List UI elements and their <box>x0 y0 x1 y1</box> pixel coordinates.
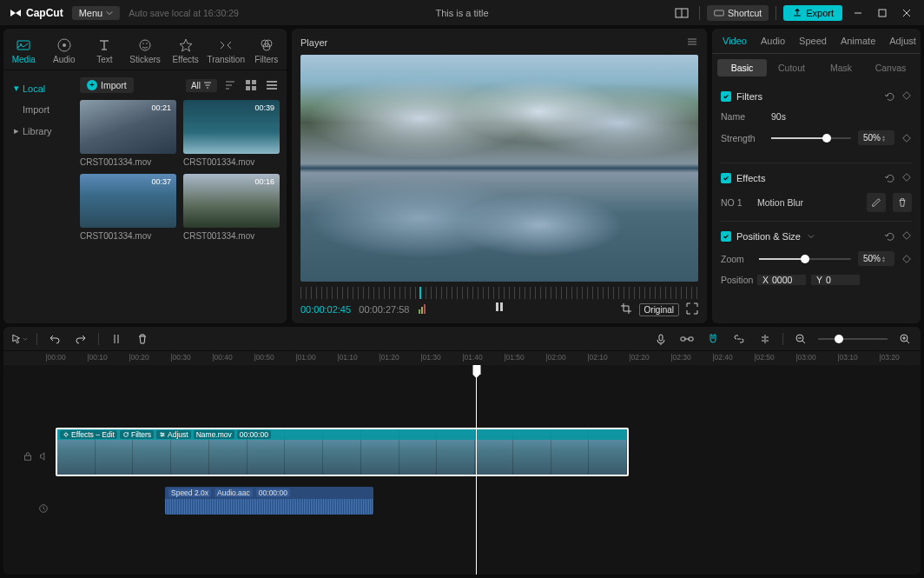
export-button[interactable]: Export <box>783 5 842 21</box>
media-clip[interactable]: 00:16CRST001334.mov <box>183 174 280 241</box>
delete-effect-button[interactable] <box>893 193 912 212</box>
grid-icon <box>245 79 257 91</box>
strength-value-input[interactable]: 50%▴▾ <box>858 130 894 145</box>
linked-selection-button[interactable] <box>730 330 748 348</box>
undo-button[interactable] <box>46 330 63 348</box>
zoom-in-button[interactable] <box>896 330 914 348</box>
sidebar-item-import[interactable]: Import <box>3 99 73 120</box>
audio-icon <box>56 37 72 53</box>
audio-name-tag: Audio.aac <box>214 488 253 497</box>
position-size-section: Position & Size Zoom 50%▴▾ Position X 00… <box>721 221 912 294</box>
inspector-subtab-basic[interactable]: Basic <box>717 59 767 76</box>
app-name: CapCut <box>26 7 63 19</box>
media-tab-text[interactable]: Text <box>84 34 125 70</box>
record-button[interactable] <box>652 330 670 348</box>
inspector-subtab-canvas[interactable]: Canvas <box>866 59 915 76</box>
svg-point-8 <box>63 43 66 47</box>
reset-icon[interactable] <box>884 172 896 184</box>
timeline-ruler[interactable]: |00:00|00:10|00:20|00:30|00:40|00:50|01:… <box>3 351 921 365</box>
grid-view-button[interactable] <box>243 77 259 93</box>
preview-render-button[interactable] <box>756 330 774 348</box>
reset-icon[interactable] <box>884 230 896 242</box>
keyframe-icon[interactable] <box>901 133 912 143</box>
audio-clip[interactable]: Speed 2.0x Audio.aac 00:00:00 <box>165 487 373 515</box>
media-tab-effects[interactable]: Effects <box>165 34 206 70</box>
media-clip[interactable]: 00:37CRST001334.mov <box>80 174 176 241</box>
play-pause-button[interactable] <box>493 301 505 315</box>
close-button[interactable] <box>898 4 915 22</box>
delete-button[interactable] <box>134 330 151 348</box>
media-tab-media[interactable]: Media <box>3 34 44 70</box>
position-y-input[interactable]: Y 0 <box>811 275 860 285</box>
menu-button[interactable]: Menu <box>72 6 121 20</box>
player-ruler[interactable] <box>300 287 698 299</box>
media-tab-audio[interactable]: Audio <box>44 34 85 70</box>
chevron-down-icon[interactable] <box>808 233 815 240</box>
fullscreen-button[interactable] <box>686 302 698 316</box>
redo-button[interactable] <box>72 330 89 348</box>
inspector-tab-animate[interactable]: Animate <box>834 29 882 53</box>
inspector-tab-speed[interactable]: Speed <box>792 29 834 53</box>
maximize-button[interactable] <box>874 4 891 22</box>
selection-tool[interactable] <box>10 330 28 348</box>
sidebar-item-library[interactable]: ▸Library <box>3 120 73 142</box>
effects-checkbox[interactable] <box>721 173 731 183</box>
media-tab-filters[interactable]: Filters <box>246 34 287 70</box>
media-tab-stickers[interactable]: Stickers <box>125 34 166 70</box>
zoom-out-button[interactable] <box>792 330 809 348</box>
inspector-subtab-cutout[interactable]: Cutout <box>767 59 816 76</box>
zoom-value-input[interactable]: 50%▴▾ <box>858 251 894 266</box>
keyframe-icon[interactable] <box>901 172 912 183</box>
sidebar-item-local[interactable]: ▾Local <box>3 77 73 99</box>
timeline-tracks[interactable]: Effects – EditFiltersAdjustName.mov00:00… <box>3 365 921 575</box>
mute-icon[interactable] <box>38 451 49 462</box>
align-icon <box>759 333 771 345</box>
check-icon <box>723 93 729 100</box>
lock-icon[interactable] <box>23 451 33 462</box>
timeline-zoom-slider[interactable] <box>818 338 888 340</box>
audio-levels-button[interactable] <box>418 302 430 316</box>
import-button[interactable]: + Import <box>80 77 134 93</box>
media-tab-transition[interactable]: Transition <box>206 34 247 70</box>
media-thumbnails: 00:21CRST001334.mov00:39CRST001334.mov00… <box>80 100 280 241</box>
project-title[interactable]: This is a title <box>435 8 488 18</box>
app-logo: CapCut <box>9 6 63 20</box>
hamburger-icon <box>686 36 698 48</box>
playhead[interactable] <box>476 365 477 575</box>
minimize-button[interactable] <box>849 4 867 22</box>
inspector-tab-video[interactable]: Video <box>716 29 754 53</box>
chevron-down-icon <box>106 10 113 17</box>
keyframe-icon[interactable] <box>901 254 912 264</box>
aspect-ratio-button[interactable]: Original <box>639 303 679 316</box>
keyframe-icon[interactable] <box>901 90 912 101</box>
edit-effect-button[interactable] <box>867 193 886 212</box>
sort-button[interactable] <box>222 77 238 93</box>
inspector-subtab-mask[interactable]: Mask <box>816 59 866 76</box>
position-checkbox[interactable] <box>721 231 731 242</box>
inspector-tab-adjust[interactable]: Adjust <box>882 29 921 53</box>
snap-button[interactable] <box>704 330 722 348</box>
position-x-input[interactable]: X 0000 <box>757 275 806 285</box>
list-view-button[interactable] <box>264 77 280 93</box>
link-button[interactable] <box>678 330 696 348</box>
video-clip[interactable]: Effects – EditFiltersAdjustName.mov00:00… <box>56 428 629 476</box>
zoom-slider[interactable] <box>759 258 851 260</box>
filter-all-dropdown[interactable]: All <box>186 79 217 92</box>
clock-icon[interactable] <box>38 503 49 514</box>
split-button[interactable] <box>108 330 125 348</box>
strength-slider[interactable] <box>771 137 851 139</box>
player-viewport[interactable] <box>300 55 698 282</box>
crop-button[interactable] <box>620 302 632 316</box>
media-clip[interactable]: 00:21CRST001334.mov <box>80 100 176 167</box>
cursor-icon <box>10 333 22 345</box>
filters-checkbox[interactable] <box>721 91 731 102</box>
svg-rect-38 <box>25 455 31 460</box>
reset-icon[interactable] <box>884 90 896 103</box>
player-menu-button[interactable] <box>686 36 698 50</box>
zoom-out-icon <box>795 333 807 345</box>
media-clip[interactable]: 00:39CRST001334.mov <box>183 100 280 167</box>
inspector-tab-audio[interactable]: Audio <box>754 29 792 53</box>
keyframe-icon[interactable] <box>901 230 912 241</box>
layout-button[interactable] <box>671 3 692 23</box>
shortcut-button[interactable]: Shortcut <box>707 5 769 21</box>
